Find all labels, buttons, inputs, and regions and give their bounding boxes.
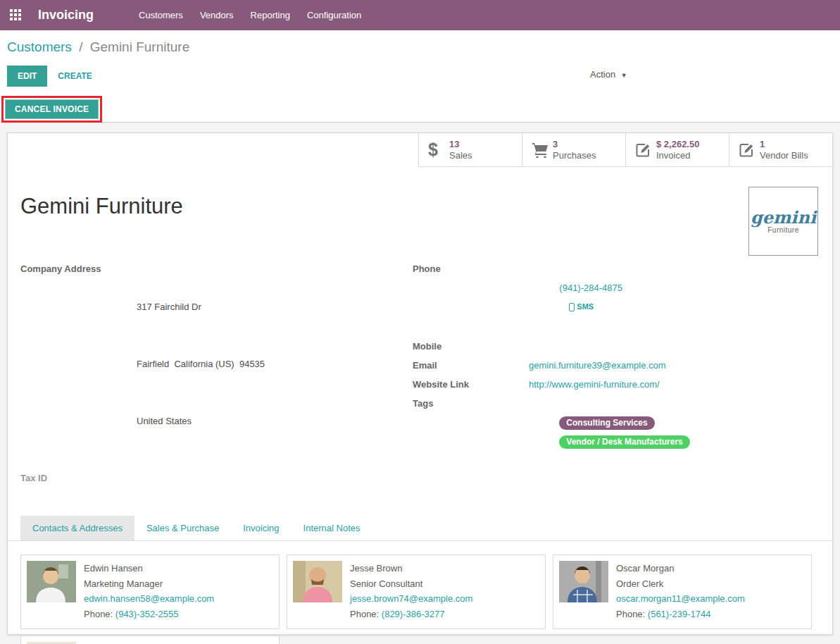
contact-email[interactable]: edwin.hansen58@example.com	[84, 591, 214, 607]
partner-form-sheet: $ 13 Sales 3 Purchases	[7, 132, 833, 635]
field-group-right: Phone (941)-284-4875 SMS Mobile Email	[413, 259, 820, 488]
tab-invoicing[interactable]: Invoicing	[231, 516, 291, 540]
address-country: United States	[137, 411, 265, 431]
breadcrumb-customers-link[interactable]: Customers	[7, 39, 72, 54]
contact-phone-label: Phone:	[350, 609, 379, 619]
action-dropdown[interactable]: Action ▼	[590, 69, 627, 80]
contact-photo	[27, 561, 76, 602]
sms-label: SMS	[577, 297, 594, 316]
contact-function: Senior Consultant	[350, 576, 472, 592]
contact-photo	[293, 561, 342, 602]
contact-phone-label: Phone:	[84, 609, 113, 619]
logo-script-text: gemini	[751, 209, 816, 226]
tax-id-label: Tax ID	[20, 469, 137, 488]
phone-link[interactable]: (941)-284-4875	[559, 283, 622, 293]
mobile-phone-icon	[569, 303, 575, 311]
tag-vendor-desk-manufacturers[interactable]: Vendor / Desk Manufacturers	[559, 435, 689, 449]
contact-email[interactable]: oscar.morgan11@example.com	[616, 591, 745, 607]
contact-phone-label: Phone:	[616, 609, 645, 619]
apps-grid-icon[interactable]	[10, 9, 23, 22]
breadcrumb: Customers / Gemini Furniture	[0, 30, 840, 55]
tab-sales-purchase[interactable]: Sales & Purchase	[134, 516, 231, 540]
sales-label: Sales	[449, 150, 472, 161]
edit-button[interactable]: EDIT	[7, 66, 47, 87]
tab-internal-notes[interactable]: Internal Notes	[292, 516, 372, 540]
create-button[interactable]: CREATE	[47, 66, 102, 87]
app-name[interactable]: Invoicing	[28, 8, 104, 23]
sms-button[interactable]: SMS	[569, 297, 594, 316]
nav-item-vendors[interactable]: Vendors	[192, 1, 242, 29]
contact-phone[interactable]: (943)-352-2555	[115, 609, 179, 619]
breadcrumb-separator: /	[75, 39, 86, 54]
cart-icon	[532, 142, 553, 158]
contact-card-edwin-hansen[interactable]: Edwin Hansen Marketing Manager edwin.han…	[20, 555, 280, 629]
statusbar: CANCEL INVOICE	[0, 97, 840, 123]
invoiced-label: Invoiced	[656, 150, 699, 161]
contact-photo	[559, 561, 608, 602]
contact-function: Order Clerk	[616, 576, 745, 592]
tag-consulting-services[interactable]: Consulting Services	[559, 416, 654, 430]
nav-item-reporting[interactable]: Reporting	[242, 1, 299, 29]
company-logo: gemini Furniture	[748, 187, 818, 256]
action-row: EDIT CREATE Action ▼	[0, 66, 840, 87]
notebook-tabs: Contacts & Addresses Sales & Purchase In…	[8, 516, 832, 541]
contact-function: Marketing Manager	[84, 576, 214, 592]
email-link[interactable]: gemini.furniture39@example.com	[529, 360, 666, 371]
logo-sub-text: Furniture	[767, 226, 799, 234]
edit-document-icon	[739, 142, 760, 158]
stat-button-purchases[interactable]: 3 Purchases	[522, 133, 625, 167]
phone-label: Phone	[413, 259, 529, 337]
red-highlight-annotation: CANCEL INVOICE	[1, 96, 102, 123]
chevron-down-icon: ▼	[621, 72, 627, 79]
purchases-label: Purchases	[553, 150, 596, 161]
contact-phone[interactable]: (561)-239-1744	[648, 609, 711, 619]
edit-document-icon	[635, 142, 656, 158]
top-navbar: Invoicing Customers Vendors Reporting Co…	[0, 0, 840, 30]
page-title: Gemini Furniture	[20, 193, 832, 219]
sales-count: 13	[449, 139, 472, 150]
nav-item-customers[interactable]: Customers	[130, 1, 192, 29]
nav-menu: Customers Vendors Reporting Configuratio…	[130, 1, 370, 29]
vendor-bills-count: 1	[760, 139, 808, 150]
stat-button-box: $ 13 Sales 3 Purchases	[8, 133, 832, 167]
mobile-label: Mobile	[413, 337, 529, 356]
contacts-list: Edwin Hansen Marketing Manager edwin.han…	[8, 541, 832, 644]
contact-name: Edwin Hansen	[84, 561, 214, 576]
dollar-icon: $	[428, 140, 449, 160]
vendor-bills-label: Vendor Bills	[760, 150, 808, 161]
stat-button-sales[interactable]: $ 13 Sales	[418, 133, 522, 167]
stat-button-vendor-bills[interactable]: 1 Vendor Bills	[729, 133, 832, 167]
field-groups: Company Address 317 Fairchild Dr Fairfie…	[20, 259, 820, 488]
field-group-left: Company Address 317 Fairchild Dr Fairfie…	[20, 259, 413, 488]
contact-card-jesse-brown[interactable]: Jesse Brown Senior Consultant jesse.brow…	[287, 555, 546, 629]
purchases-count: 3	[553, 139, 596, 150]
address-city-state-zip: Fairfield California (US) 94535	[137, 354, 265, 373]
tab-contacts-addresses[interactable]: Contacts & Addresses	[20, 516, 134, 540]
email-label: Email	[413, 356, 529, 375]
contact-card-oscar-morgan[interactable]: Oscar Morgan Order Clerk oscar.morgan11@…	[553, 555, 812, 629]
company-address-value: 317 Fairchild Dr Fairfield California (U…	[137, 259, 265, 469]
company-address-label: Company Address	[20, 259, 137, 469]
contact-name: Oscar Morgan	[616, 561, 745, 576]
form-view-container: $ 13 Sales 3 Purchases	[0, 123, 840, 644]
website-link[interactable]: http://www.gemini-furniture.com/	[529, 379, 660, 390]
stat-button-invoiced[interactable]: $ 2,262.50 Invoiced	[625, 133, 729, 167]
contact-email[interactable]: jesse.brown74@example.com	[350, 591, 472, 607]
tags-label: Tags	[413, 394, 529, 470]
contact-name: Jesse Brown	[350, 561, 472, 576]
control-panel: Customers / Gemini Furniture EDIT CREATE…	[0, 30, 840, 123]
nav-item-configuration[interactable]: Configuration	[299, 1, 370, 29]
address-street: 317 Fairchild Dr	[137, 297, 265, 316]
breadcrumb-current: Gemini Furniture	[90, 39, 190, 54]
invoiced-amount: $ 2,262.50	[656, 139, 699, 150]
contact-phone[interactable]: (829)-386-3277	[382, 609, 445, 619]
cancel-invoice-button[interactable]: CANCEL INVOICE	[5, 99, 99, 119]
contact-card-soham-palmer[interactable]: Soham Palmer Director soham.palmer15@exa…	[20, 636, 280, 644]
website-label: Website Link	[413, 375, 529, 394]
